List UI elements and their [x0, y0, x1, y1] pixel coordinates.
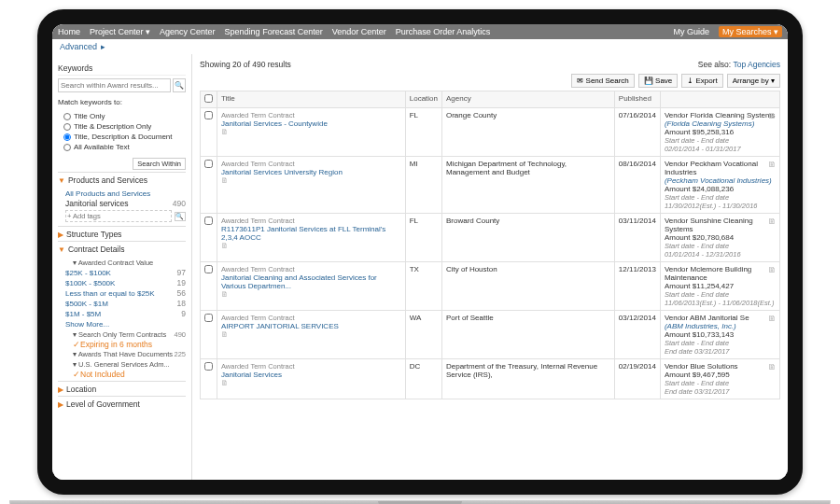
radio-title-only[interactable]: Title Only	[63, 111, 186, 121]
document-icon[interactable]: 🗎	[768, 362, 777, 371]
advanced-link[interactable]: Advanced	[60, 42, 97, 51]
nav-my-guide[interactable]: My Guide	[673, 27, 709, 36]
document-icon[interactable]: 🗎	[768, 265, 777, 274]
row-published: 07/16/2014	[614, 108, 660, 157]
document-icon: 🗎	[221, 242, 229, 250]
nav-home[interactable]: Home	[58, 27, 80, 36]
table-row: Awarded Term ContractR1173611P1 Janitori…	[201, 214, 780, 262]
tag-search-icon[interactable]: 🔍	[175, 212, 186, 221]
nav-agency[interactable]: Agency Center	[160, 27, 216, 36]
laptop-base	[9, 500, 831, 504]
row-agency: Port of Seattle	[441, 311, 614, 359]
row-dates: 11/06/2013(Est.) - 11/06/2018(Est.)	[665, 299, 775, 307]
range-100k-500k[interactable]: $100K - $500K	[65, 278, 115, 288]
nav-my-searches[interactable]: My Searches ▾	[719, 26, 782, 37]
top-nav: Home Project Center ▾ Agency Center Spen…	[52, 24, 788, 39]
document-icon: 🗎	[221, 128, 229, 136]
row-title-link[interactable]: Janitorial Services	[221, 371, 401, 379]
row-checkbox[interactable]	[204, 362, 213, 371]
table-row: Awarded Term ContractJanitorial Services…	[201, 359, 780, 399]
col-location[interactable]: Location	[405, 91, 441, 108]
radio-title-desc[interactable]: Title & Description Only	[63, 121, 186, 132]
search-within-button[interactable]: Search Within	[133, 158, 186, 170]
row-vendor-link[interactable]: (Peckham Vocational Industries)	[665, 176, 776, 185]
nav-po[interactable]: Purchase Order Analytics	[396, 27, 491, 36]
range-lte-25k[interactable]: Less than or equal to $25K	[65, 288, 155, 299]
row-dates: 11/30/2012(Est.) - 11/30/2016	[665, 202, 758, 210]
table-row: Awarded Term ContractJanitorial Services…	[201, 108, 780, 157]
range-25k-100k[interactable]: $25K - $100K	[65, 268, 111, 278]
row-title-link[interactable]: R1173611P1 Janitorial Services at FLL Te…	[221, 225, 401, 242]
col-vendor	[660, 91, 779, 108]
nav-vendor[interactable]: Vendor Center	[332, 27, 386, 36]
expiring-filter[interactable]: ✓Expiring in 6 months	[73, 340, 152, 349]
caret-icon	[58, 231, 63, 239]
row-checkbox[interactable]	[204, 217, 213, 225]
location-section[interactable]: Location	[58, 381, 186, 396]
not-included-filter[interactable]: ✓Not Included	[73, 370, 125, 379]
add-tags-input[interactable]	[65, 210, 172, 222]
row-location: DC	[405, 359, 441, 399]
row-agency: City of Houston	[441, 262, 614, 311]
nav-project[interactable]: Project Center ▾	[90, 27, 150, 36]
row-checkbox[interactable]	[204, 111, 213, 119]
col-checkbox[interactable]	[201, 91, 217, 108]
row-published: 12/11/2013	[614, 262, 660, 311]
col-agency[interactable]: Agency	[441, 91, 614, 108]
table-row: Awarded Term ContractJanitorial Cleaning…	[201, 262, 780, 311]
document-icon: 🗎	[221, 330, 229, 339]
sidebar: Keywords 🔍 Match keywords to: Title Only…	[52, 54, 192, 480]
table-row: Awarded Term ContractAIRPORT JANITORIAL …	[201, 311, 780, 359]
row-subhead: Awarded Term Contract	[221, 362, 401, 371]
nav-spending[interactable]: Spending Forecast Center	[225, 27, 323, 36]
radio-all-text[interactable]: All Available Text	[63, 142, 186, 152]
range-500k-1m[interactable]: $500K - $1M	[65, 299, 108, 309]
send-search-button[interactable]: ✉ Send Search	[571, 74, 634, 88]
document-icon[interactable]: 🗎	[768, 217, 777, 226]
row-checkbox[interactable]	[204, 160, 213, 168]
all-products-link[interactable]: All Products and Services	[65, 189, 186, 199]
level-section[interactable]: Level of Government	[58, 396, 186, 411]
search-icon[interactable]: 🔍	[173, 78, 186, 92]
export-button[interactable]: ⤓ Export	[681, 74, 722, 88]
document-icon: 🗎	[221, 379, 229, 387]
subnav: Advanced ▸	[52, 39, 788, 54]
keyword-search-input[interactable]	[58, 78, 171, 92]
row-dates: 02/01/2014 - 01/31/2017	[665, 145, 741, 153]
radio-title-desc-doc[interactable]: Title, Description & Document	[63, 132, 186, 142]
see-also-label: See also:	[698, 60, 731, 69]
caret-icon	[58, 245, 65, 254]
row-title-link[interactable]: Janitorial Services - Countywide	[221, 119, 401, 128]
contract-section[interactable]: Contract Details	[58, 241, 186, 256]
range-1m-5m[interactable]: $1M - $5M	[65, 309, 101, 319]
row-title-link[interactable]: Janitorial Services University Region	[221, 168, 401, 176]
document-icon[interactable]: 🗎	[768, 160, 777, 169]
caret-icon	[58, 176, 65, 185]
row-checkbox[interactable]	[204, 265, 213, 273]
row-agency: Michigan Department of Technology, Manag…	[441, 157, 614, 214]
arrange-by-button[interactable]: Arrange by ▾	[727, 74, 780, 88]
show-more-link[interactable]: Show More...	[65, 319, 186, 329]
top-agencies-link[interactable]: Top Agencies	[733, 60, 780, 69]
row-dates: End date 03/31/2017	[665, 387, 730, 396]
products-section[interactable]: Products and Services	[58, 172, 186, 187]
row-vendor-link[interactable]: (Florida Cleaning Systems)	[665, 119, 776, 128]
row-vendor: ABM Janitorial Se	[690, 314, 749, 322]
row-checkbox[interactable]	[204, 314, 213, 322]
save-button[interactable]: 💾 Save	[638, 74, 678, 88]
document-icon[interactable]: 🗎	[768, 314, 777, 323]
row-location: FL	[405, 214, 441, 262]
row-subhead: Awarded Term Contract	[221, 265, 401, 273]
col-title[interactable]: Title	[217, 91, 406, 108]
document-icon[interactable]: 🗎	[768, 111, 777, 120]
row-published: 02/19/2014	[614, 359, 660, 399]
caret-icon	[58, 400, 63, 409]
caret-icon	[58, 385, 63, 394]
row-vendor-link[interactable]: (ABM Industries, Inc.)	[665, 322, 776, 330]
row-title-link[interactable]: Janitorial Cleaning and Associated Servi…	[221, 273, 401, 290]
structure-section[interactable]: Structure Types	[58, 226, 186, 241]
row-amount: $11,254,427	[693, 282, 735, 290]
row-title-link[interactable]: AIRPORT JANITORIAL SERVICES	[221, 322, 401, 330]
keywords-header: Keywords	[58, 62, 186, 76]
col-published[interactable]: Published	[614, 91, 660, 108]
